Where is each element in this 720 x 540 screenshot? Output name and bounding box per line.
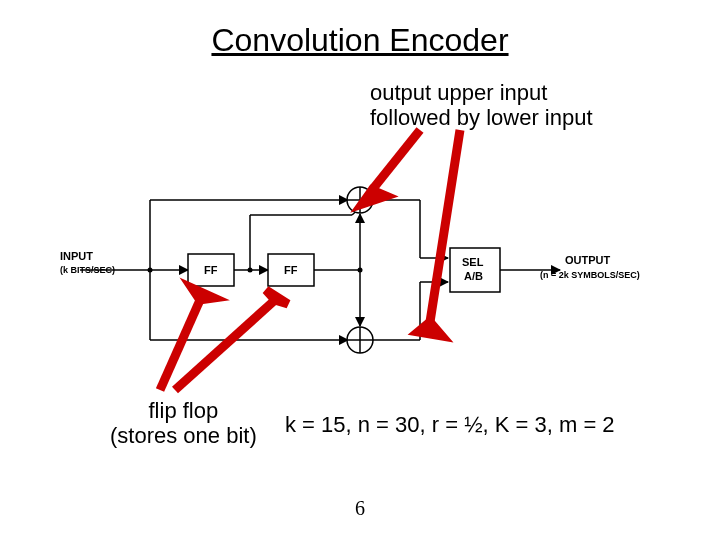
page-number: 6 [0, 497, 720, 520]
svg-point-17 [248, 268, 253, 273]
svg-line-26 [372, 130, 420, 190]
diagram-output-rate: (n = 2k SYMBOLS/SEC) [540, 270, 640, 280]
callout-arrow-upper-left [362, 130, 420, 204]
ff1-label: FF [204, 264, 218, 276]
encoder-diagram: INPUT (k BITS/SEC) FF FF [60, 160, 650, 380]
callout-arrow-upper-right [418, 130, 460, 336]
annotation-lower: flip flop (stores one bit) [110, 398, 257, 449]
page-title: Convolution Encoder [0, 22, 720, 59]
svg-marker-29 [418, 322, 442, 336]
sel-label-2: A/B [464, 270, 483, 282]
annotation-lower-line2: (stores one bit) [110, 423, 257, 448]
annotation-upper-line2: followed by lower input [370, 105, 593, 130]
diagram-input-label: INPUT [60, 250, 93, 262]
annotation-upper: output upper input followed by lower inp… [370, 80, 593, 131]
annotation-upper-line1: output upper input [370, 80, 593, 105]
annotation-lower-line1: flip flop [110, 398, 257, 423]
ff2-label: FF [284, 264, 298, 276]
diagram-output-label: OUTPUT [565, 254, 611, 266]
svg-point-16 [148, 268, 153, 273]
sel-label-1: SEL [462, 256, 484, 268]
svg-marker-31 [192, 288, 214, 300]
parameters-text: k = 15, n = 30, r = ½, K = 3, m = 2 [285, 412, 615, 438]
svg-marker-27 [362, 190, 386, 204]
diagram-input-rate: (k BITS/SEC) [60, 265, 115, 275]
svg-line-28 [430, 130, 460, 322]
svg-point-18 [358, 268, 363, 273]
